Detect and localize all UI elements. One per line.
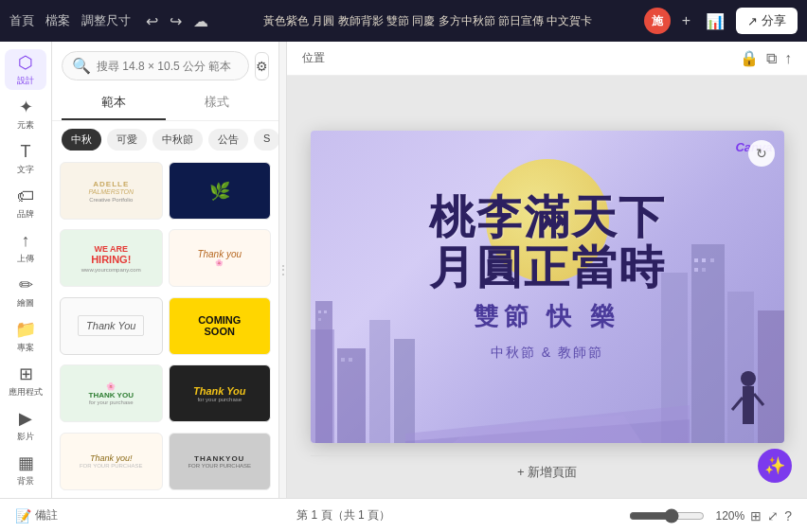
tab-templates[interactable]: 範本 xyxy=(62,86,166,120)
svg-marker-25 xyxy=(453,415,642,443)
zoom-controls: 120% ⊞ ⤢ ? xyxy=(629,508,792,523)
stripe-element xyxy=(405,386,690,443)
template-card-coming-soon[interactable]: COMING SOON xyxy=(169,297,272,355)
magic-button[interactable]: ✨ xyxy=(758,449,792,483)
fullscreen-icon[interactable]: ⤢ xyxy=(767,508,779,523)
zoom-slider[interactable] xyxy=(629,508,705,523)
svg-rect-6 xyxy=(324,310,327,313)
template-card-thankyou-elegant[interactable]: Thank You xyxy=(60,297,163,355)
apps-icon: ⊞ xyxy=(19,364,33,384)
canvas-design[interactable]: Canva xyxy=(311,131,784,443)
export-icon[interactable]: ↑ xyxy=(784,50,792,67)
filter-button[interactable]: ⚙ xyxy=(255,52,269,80)
svg-rect-17 xyxy=(694,268,698,272)
main-area: ⬡ 設計 ✦ 元素 T 文字 🏷 品牌 ↑ 上傳 ✏ 繪圖 📁 專案 ⊞ 應 xyxy=(0,42,807,498)
text-icon: T xyxy=(21,142,31,162)
file-button[interactable]: 檔案 xyxy=(45,12,70,29)
tag-midautumnfest[interactable]: 中秋節 xyxy=(152,129,203,151)
projects-icon: 📁 xyxy=(15,319,36,340)
undo-button[interactable]: ↩ xyxy=(142,9,162,34)
tag-notice[interactable]: 公告 xyxy=(208,129,248,151)
template-card-thankyou-handwritten[interactable]: Thank you! FOR YOUR PURCHASE xyxy=(60,433,163,490)
canvas-area: 位置 🔒 ⧉ ↑ Canva xyxy=(287,42,807,498)
tag-s[interactable]: S xyxy=(254,129,278,151)
video-icon: ▶ xyxy=(19,408,32,429)
canvas-line3: 雙節 快 樂 xyxy=(429,300,666,333)
sidebar-item-upload[interactable]: ↑ 上傳 xyxy=(5,227,46,268)
bottom-bar: 📝 備註 第 1 頁（共 1 頁） 120% ⊞ ⤢ ? xyxy=(0,498,807,532)
sidebar-item-brand[interactable]: 🏷 品牌 xyxy=(5,183,46,223)
svg-rect-1 xyxy=(315,301,332,443)
tag-midautumn[interactable]: 中秋 xyxy=(62,129,101,151)
page-info-text: 第 1 頁（共 1 頁） xyxy=(296,508,390,522)
notes-icon: 📝 xyxy=(15,508,31,523)
copy-icon[interactable]: ⧉ xyxy=(766,50,777,67)
canvas-main-text[interactable]: 桃李滿天下 月圓正當時 雙節 快 樂 中秋節 & 教師節 xyxy=(429,193,666,363)
sidebar-item-video[interactable]: ▶ 影片 xyxy=(5,405,46,446)
grid-view-icon[interactable]: ⊞ xyxy=(750,508,762,523)
templates-grid: ADELLE PALMERSTON Creative Portfolio 🌿 W… xyxy=(52,158,278,498)
design-icon: ⬡ xyxy=(18,52,33,73)
sidebar-item-background[interactable]: ▦ 背景 xyxy=(5,450,46,490)
svg-rect-20 xyxy=(743,386,754,424)
draw-icon: ✏ xyxy=(19,275,33,295)
panel-tabs: 範本 樣式 xyxy=(52,86,278,121)
redo-button[interactable]: ↪ xyxy=(166,9,186,34)
search-box[interactable]: 🔍 xyxy=(62,51,249,80)
share-button[interactable]: ↗ 分享 xyxy=(736,8,798,34)
share-icon: ↗ xyxy=(747,14,758,28)
lock-icon[interactable]: 🔒 xyxy=(740,49,759,67)
panel-resize-handle[interactable] xyxy=(279,42,287,498)
top-bar-right: 施 + 📊 ↗ 分享 xyxy=(644,8,798,34)
help-icon[interactable]: ? xyxy=(784,508,792,523)
template-card-portfolio[interactable]: ADELLE PALMERSTON Creative Portfolio xyxy=(60,162,163,220)
template-card-thankyou-bold[interactable]: Thank You for your purchase xyxy=(169,364,272,422)
sidebar-item-projects[interactable]: 📁 專案 xyxy=(5,316,46,357)
svg-rect-11 xyxy=(691,244,725,443)
svg-rect-18 xyxy=(702,268,706,272)
canvas-toolbar-right: 🔒 ⧉ ↑ xyxy=(740,49,792,67)
templates-panel: 🔍 ⚙ 範本 樣式 中秋 可愛 中秋節 公告 S ADELLE PALMERST… xyxy=(52,42,279,498)
home-button[interactable]: 首頁 xyxy=(9,12,34,29)
top-bar-left: 首頁 檔案 調整尺寸 ↩ ↪ ☁ xyxy=(9,9,212,34)
add-page-button[interactable]: + 新增頁面 xyxy=(311,455,784,488)
svg-rect-14 xyxy=(694,258,698,262)
template-card-hiring[interactable]: WE ARE HIRING! www.yourcompany.com xyxy=(60,229,163,287)
buildings-left xyxy=(311,254,415,443)
canvas-line2: 月圓正當時 xyxy=(429,243,666,293)
template-card-floral[interactable]: 🌿 xyxy=(169,162,272,220)
svg-rect-9 xyxy=(349,358,352,362)
tag-cute[interactable]: 可愛 xyxy=(107,129,147,151)
sidebar-item-draw[interactable]: ✏ 繪圖 xyxy=(5,272,46,312)
template-card-thankyou-green[interactable]: 🌸 THANK YOU for your purchase xyxy=(60,364,163,422)
avatar-button[interactable]: 施 xyxy=(644,8,671,34)
document-title[interactable]: 黃色紫色 月圓 教師背影 雙節 同慶 多方中秋節 節日宣傳 中文賀卡 xyxy=(220,13,637,29)
cloud-button[interactable]: ☁ xyxy=(189,9,212,34)
refresh-button[interactable]: ↻ xyxy=(748,140,775,167)
svg-rect-5 xyxy=(318,310,321,313)
sidebar-item-design[interactable]: ⬡ 設計 xyxy=(5,49,46,90)
template-card-thankyou-caps[interactable]: THANKYOU FOR YOUR PURCHASE xyxy=(169,433,272,490)
resize-button[interactable]: 調整尺寸 xyxy=(81,12,131,29)
position-label: 位置 xyxy=(302,50,325,66)
svg-rect-15 xyxy=(702,258,706,262)
canvas-toolbar: 位置 🔒 ⧉ ↑ xyxy=(287,42,807,76)
brand-icon: 🏷 xyxy=(17,186,34,206)
zoom-percent: 120% xyxy=(710,509,744,523)
upload-icon: ↑ xyxy=(22,231,30,251)
tag-row: 中秋 可愛 中秋節 公告 S xyxy=(52,121,278,158)
template-card-thankyou-floral[interactable]: Thank you 🌸 xyxy=(169,229,272,287)
sidebar-item-elements[interactable]: ✦ 元素 xyxy=(5,94,46,134)
left-sidebar: ⬡ 設計 ✦ 元素 T 文字 🏷 品牌 ↑ 上傳 ✏ 繪圖 📁 專案 ⊞ 應 xyxy=(0,42,52,498)
analytics-button[interactable]: 📊 xyxy=(702,9,728,34)
search-input[interactable] xyxy=(97,60,239,73)
background-icon: ▦ xyxy=(18,452,34,473)
sidebar-item-apps[interactable]: ⊞ 應用程式 xyxy=(5,361,46,401)
svg-rect-8 xyxy=(341,358,345,362)
tab-styles[interactable]: 樣式 xyxy=(166,86,270,120)
add-button[interactable]: + xyxy=(678,9,694,33)
svg-rect-2 xyxy=(337,348,366,443)
sidebar-item-text[interactable]: T 文字 xyxy=(5,138,46,179)
notes-label: 備註 xyxy=(35,507,58,523)
canvas-line4: 中秋節 & 教師節 xyxy=(429,345,666,362)
